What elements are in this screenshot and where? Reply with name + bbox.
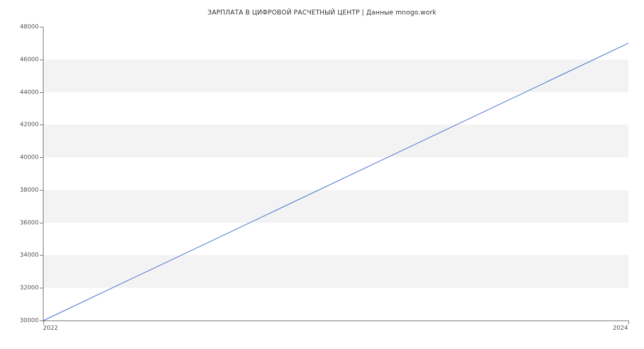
y-tick-label: 40000 — [0, 154, 39, 161]
chart-title: ЗАРПЛАТА В ЦИФРОВОЙ РАСЧЕТНЫЙ ЦЕНТР | Да… — [0, 9, 644, 16]
y-tick-label: 46000 — [0, 56, 39, 63]
y-tick-label: 36000 — [0, 219, 39, 226]
y-tick — [40, 321, 43, 321]
y-tick — [40, 255, 43, 256]
y-tick-label: 34000 — [0, 251, 39, 258]
x-tick — [628, 321, 629, 324]
y-tick — [40, 288, 43, 288]
y-tick-label: 30000 — [0, 317, 39, 324]
y-tick — [40, 125, 43, 125]
x-tick-label: 2022 — [43, 324, 58, 331]
y-tick-label: 44000 — [0, 89, 39, 96]
plot-area — [43, 27, 628, 321]
y-tick-label: 38000 — [0, 186, 39, 193]
y-tick-label: 42000 — [0, 121, 39, 128]
x-tick-label: 2024 — [613, 324, 628, 331]
y-tick — [40, 157, 43, 158]
y-tick — [40, 27, 43, 27]
y-tick — [40, 92, 43, 93]
y-tick — [40, 190, 43, 191]
y-tick — [40, 223, 43, 223]
line-chart: ЗАРПЛАТА В ЦИФРОВОЙ РАСЧЕТНЫЙ ЦЕНТР | Да… — [0, 0, 644, 349]
y-tick-label: 32000 — [0, 284, 39, 291]
data-line — [43, 27, 628, 321]
y-tick-label: 48000 — [0, 23, 39, 30]
x-tick — [43, 321, 44, 324]
y-tick — [40, 60, 43, 60]
